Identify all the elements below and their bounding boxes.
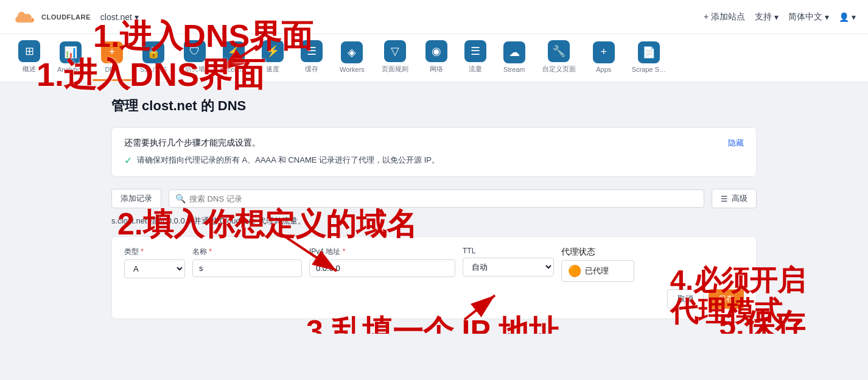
overview-icon: ⊞ [18, 40, 40, 62]
name-label: 名称 * [192, 247, 302, 257]
nav-item-cache[interactable]: ☰ 缓存 [292, 34, 331, 82]
nav-label-analytics: Analytics [57, 66, 84, 73]
workers-icon: ◈ [341, 41, 363, 63]
icon-navigation: ⊞ 概述 📊 Analytics + DNS 🔒 SSL/TLS 🛡 防火墙 ⚡… [0, 34, 868, 82]
top-navigation: CLOUDFLARE clost.net ▾ + 添加站点 支持 ▾ 简体中文 … [0, 0, 868, 34]
hide-button[interactable]: 隐藏 [728, 138, 744, 149]
nav-item-ssl[interactable]: 🔒 SSL/TLS [131, 35, 175, 81]
nav-item-traffic[interactable]: ☰ 流量 [456, 34, 495, 82]
proxy-field: 代理状态 🟠 已代理 [561, 247, 634, 282]
nav-item-firewall[interactable]: 🛡 防火墙 [175, 34, 214, 82]
save-button[interactable]: 保存 [709, 289, 744, 309]
dns-info-text: s.clost.net 指向 0.0.0.0 并通过 Cloudflare 代理… [111, 216, 757, 227]
search-icon: 🔍 [175, 194, 186, 203]
advanced-button[interactable]: ☰ 高级 [712, 189, 757, 208]
user-chevron-icon: ▾ [852, 12, 856, 22]
check-icon: ✓ [124, 155, 132, 166]
support-label: 支持 [755, 12, 772, 23]
nav-item-network[interactable]: ◉ 网络 [417, 34, 456, 82]
setup-banner: 还需要执行几个步骤才能完成设置。 ✓ 请确保对指向代理记录的所有 A、AAAA … [111, 127, 757, 177]
form-actions: 取消 保存 [124, 289, 744, 309]
domain-chevron-icon: ▾ [135, 12, 139, 22]
cancel-button[interactable]: 取消 [667, 289, 704, 309]
ttl-select[interactable]: 自动 [463, 258, 554, 276]
ttl-field: TTL 自动 [463, 247, 554, 276]
ttl-label: TTL [463, 247, 554, 255]
proxy-status-indicator: 🟠 已代理 [561, 260, 634, 282]
page-title: 管理 clost.net 的 DNS [111, 97, 757, 115]
firewall-icon: 🛡 [184, 40, 206, 62]
scrape-icon: 📄 [638, 41, 660, 63]
domain-name: clost.net [100, 12, 132, 22]
add-record-button[interactable]: 添加记录 [111, 189, 161, 208]
type-field: 类型 * A [124, 247, 185, 278]
custompage-icon: 🔧 [548, 40, 570, 62]
nav-label-custompage: 自定义页面 [542, 65, 576, 74]
network-icon: ◉ [425, 40, 447, 62]
nav-label-access: Access [223, 66, 244, 73]
cloudflare-logo[interactable]: CLOUDFLARE [12, 5, 91, 29]
nav-item-custompage[interactable]: 🔧 自定义页面 [534, 34, 584, 82]
type-required: * [141, 247, 144, 256]
nav-item-pagerules[interactable]: ▽ 页面规则 [373, 34, 417, 82]
nav-label-traffic: 流量 [469, 65, 482, 74]
ipv4-field: IPv4 地址 * [309, 247, 455, 277]
user-icon: 👤 [839, 12, 849, 22]
support-button[interactable]: 支持 ▾ [755, 12, 779, 23]
proxy-status-text: 已代理 [585, 266, 609, 276]
add-site-button[interactable]: + 添加站点 [704, 12, 745, 23]
dns-record-form: 类型 * A 名称 * [111, 236, 757, 319]
advanced-label: 高级 [732, 193, 747, 204]
nav-item-workers[interactable]: ◈ Workers [331, 35, 373, 81]
ipv4-required: * [343, 247, 346, 256]
pagerules-icon: ▽ [384, 40, 406, 62]
user-menu-button[interactable]: 👤 ▾ [839, 12, 856, 22]
support-chevron-icon: ▾ [774, 12, 779, 22]
nav-label-pagerules: 页面规则 [382, 65, 408, 74]
nav-item-stream[interactable]: ☁ Stream [495, 35, 534, 81]
cache-icon: ☰ [301, 40, 323, 62]
nav-label-workers: Workers [340, 66, 365, 73]
dns-search-box[interactable]: 🔍 [169, 189, 704, 208]
proxy-label: 代理状态 [561, 247, 634, 258]
name-required: * [209, 247, 212, 256]
analytics-icon: 📊 [60, 41, 82, 63]
nav-item-speed[interactable]: ⚡ 速度 [253, 34, 292, 82]
nav-item-overview[interactable]: ⊞ 概述 [10, 34, 49, 82]
type-label: 类型 * [124, 247, 185, 257]
nav-label-cache: 缓存 [305, 65, 318, 74]
access-icon: ⚡ [223, 41, 245, 63]
nav-item-dns[interactable]: + DNS [93, 35, 131, 81]
traffic-icon: ☰ [464, 40, 486, 62]
nav-label-ssl: SSL/TLS [140, 66, 167, 73]
nav-label-network: 网络 [430, 65, 443, 74]
dns-toolbar: 添加记录 🔍 ☰ 高级 [111, 189, 757, 208]
dns-search-input[interactable] [189, 194, 698, 203]
name-input[interactable] [192, 259, 302, 277]
nav-label-stream: Stream [503, 66, 525, 73]
nav-item-apps[interactable]: + Apps [584, 35, 623, 81]
name-field: 名称 * [192, 247, 302, 277]
language-button[interactable]: 简体中文 ▾ [788, 12, 829, 23]
banner-title: 还需要执行几个步骤才能完成设置。 [124, 138, 728, 149]
speed-icon: ⚡ [262, 40, 284, 62]
proxy-icon: 🟠 [568, 264, 581, 278]
domain-selector[interactable]: clost.net ▾ [100, 12, 139, 22]
list-icon: ☰ [721, 194, 728, 203]
nav-item-access[interactable]: ⚡ Access [214, 35, 253, 81]
nav-item-scrape[interactable]: 📄 Scrape S… [623, 35, 674, 81]
nav-label-firewall: 防火墙 [185, 65, 205, 74]
nav-label-scrape: Scrape S… [632, 66, 666, 73]
stream-icon: ☁ [503, 41, 525, 63]
nav-label-speed: 速度 [266, 65, 279, 74]
nav-label-dns: DNS [105, 66, 119, 73]
ipv4-label: IPv4 地址 * [309, 247, 455, 257]
cloudflare-wordmark: CLOUDFLARE [41, 13, 91, 21]
apps-icon: + [593, 41, 615, 63]
banner-checklist-item: 请确保对指向代理记录的所有 A、AAAA 和 CNAME 记录进行了代理，以免公… [137, 155, 439, 166]
nav-item-analytics[interactable]: 📊 Analytics [49, 35, 93, 81]
type-select[interactable]: A [124, 259, 185, 278]
dns-icon: + [101, 41, 123, 63]
ipv4-input[interactable] [309, 259, 455, 277]
language-chevron-icon: ▾ [825, 12, 829, 22]
